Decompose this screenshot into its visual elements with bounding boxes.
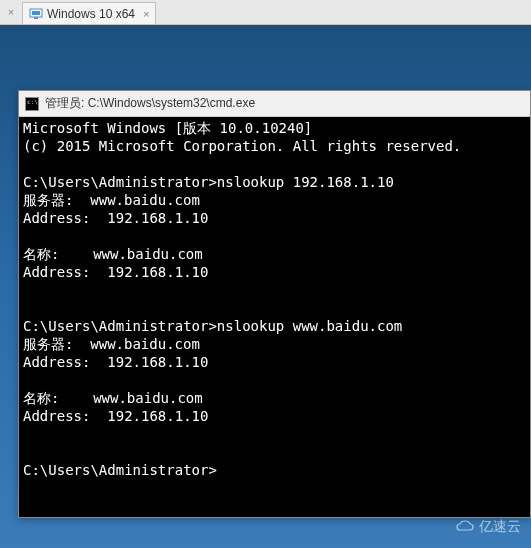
cmd-line: Microsoft Windows [版本 10.0.10240] <box>23 120 312 136</box>
cmd-line: C:\Users\Administrator>nslookup www.baid… <box>23 318 402 334</box>
cmd-line: Address: 192.168.1.10 <box>23 264 208 280</box>
close-tab-icon[interactable]: × <box>143 8 149 20</box>
cmd-line: 名称: www.baidu.com <box>23 390 203 406</box>
svg-rect-2 <box>34 17 38 19</box>
cmd-line: C:\Users\Administrator>nslookup 192.168.… <box>23 174 394 190</box>
vm-icon <box>29 7 43 21</box>
tab-windows10[interactable]: Windows 10 x64 × <box>22 2 156 24</box>
tab-bar: × Windows 10 x64 × <box>0 0 531 25</box>
cmd-window: 管理员: C:\Windows\system32\cmd.exe Microso… <box>18 90 531 518</box>
cloud-icon <box>455 520 475 534</box>
watermark-text: 亿速云 <box>479 518 521 536</box>
cmd-title: 管理员: C:\Windows\system32\cmd.exe <box>45 95 255 112</box>
cmd-line: Address: 192.168.1.10 <box>23 408 208 424</box>
cmd-line: 名称: www.baidu.com <box>23 246 203 262</box>
watermark: 亿速云 <box>455 518 521 536</box>
cmd-line: (c) 2015 Microsoft Corporation. All righ… <box>23 138 461 154</box>
cmd-line: 服务器: www.baidu.com <box>23 336 200 352</box>
cmd-line: C:\Users\Administrator> <box>23 462 217 478</box>
cmd-icon <box>25 97 39 111</box>
close-prev-tab-icon[interactable]: × <box>4 5 18 19</box>
tab-label: Windows 10 x64 <box>47 7 135 21</box>
cmd-line: Address: 192.168.1.10 <box>23 354 208 370</box>
cmd-line: 服务器: www.baidu.com <box>23 192 200 208</box>
cmd-titlebar[interactable]: 管理员: C:\Windows\system32\cmd.exe <box>19 91 530 117</box>
svg-rect-1 <box>32 11 40 15</box>
cmd-terminal[interactable]: Microsoft Windows [版本 10.0.10240] (c) 20… <box>19 117 530 517</box>
cmd-line: Address: 192.168.1.10 <box>23 210 208 226</box>
